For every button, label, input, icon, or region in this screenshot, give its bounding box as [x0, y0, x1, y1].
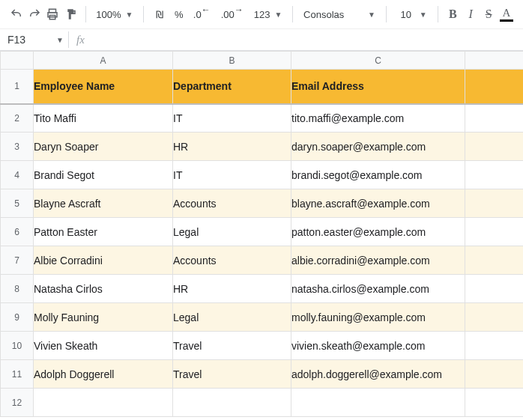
cell-name[interactable]: Tito Maffi: [34, 104, 173, 133]
select-all-corner[interactable]: [1, 52, 34, 70]
font-size: 10: [397, 9, 415, 20]
cell-name[interactable]: Natasha Cirlos: [34, 275, 173, 303]
row-header[interactable]: 1: [1, 70, 34, 104]
cell-dept[interactable]: IT: [173, 104, 291, 133]
cell[interactable]: [34, 389, 173, 417]
separator: [85, 6, 86, 22]
cell-email[interactable]: patton.easter@example.com: [291, 218, 465, 246]
table-row: 3 Daryn Soaper HR daryn.soaper@example.c…: [1, 133, 524, 161]
col-header-d[interactable]: [465, 52, 524, 70]
col-header-c[interactable]: C: [291, 52, 465, 70]
cell-email[interactable]: natasha.cirlos@example.com: [291, 275, 465, 303]
cell-dept[interactable]: Legal: [173, 303, 291, 332]
cell-name[interactable]: Albie Corradini: [34, 246, 173, 275]
decrease-decimals-button[interactable]: .0 ←: [190, 9, 215, 20]
cell-name[interactable]: Blayne Ascraft: [34, 189, 173, 218]
row-header[interactable]: 6: [1, 218, 34, 246]
row-header[interactable]: 8: [1, 275, 34, 303]
header-dept[interactable]: Department: [173, 70, 291, 104]
italic-button[interactable]: I: [463, 4, 478, 24]
name-box[interactable]: F13 ▼: [3, 31, 69, 48]
cell-email[interactable]: brandi.segot@example.com: [291, 161, 465, 189]
col-header-b[interactable]: B: [173, 52, 291, 70]
cell-email[interactable]: daryn.soaper@example.com: [291, 133, 465, 161]
cell-dept[interactable]: IT: [173, 161, 291, 189]
currency-button[interactable]: ₪: [151, 4, 168, 24]
cell[interactable]: [465, 360, 524, 389]
cell[interactable]: [465, 246, 524, 275]
cell-email[interactable]: blayne.ascraft@example.com: [291, 189, 465, 218]
more-formats-button[interactable]: 123 ▼: [251, 9, 285, 20]
cell[interactable]: [465, 275, 524, 303]
cell[interactable]: [465, 70, 524, 104]
text-color-button[interactable]: A: [499, 4, 514, 24]
table-row: 5 Blayne Ascraft Accounts blayne.ascraft…: [1, 189, 524, 218]
strikethrough-button[interactable]: S: [481, 4, 496, 24]
print-button[interactable]: [45, 4, 60, 24]
header-name[interactable]: Employee Name: [34, 70, 173, 104]
row-header[interactable]: 9: [1, 303, 34, 332]
table-row: 2 Tito Maffi IT tito.maffi@example.com: [1, 104, 524, 133]
cell-dept[interactable]: Legal: [173, 218, 291, 246]
table-row: 11 Adolph Doggerell Travel adolph.dogger…: [1, 360, 524, 389]
row-header[interactable]: 12: [1, 389, 34, 417]
cell-dept[interactable]: Travel: [173, 332, 291, 360]
row-header[interactable]: 11: [1, 360, 34, 389]
table-row: 7 Albie Corradini Accounts albie.corradi…: [1, 246, 524, 275]
bold-button[interactable]: B: [445, 4, 460, 24]
paint-format-button[interactable]: [63, 4, 78, 24]
cell-email[interactable]: tito.maffi@example.com: [291, 104, 465, 133]
cell[interactable]: [465, 303, 524, 332]
cell-name[interactable]: Brandi Segot: [34, 161, 173, 189]
cell-dept[interactable]: Accounts: [173, 246, 291, 275]
cell-dept[interactable]: Travel: [173, 360, 291, 389]
cell[interactable]: [291, 389, 465, 417]
cell-email[interactable]: vivien.skeath@example.com: [291, 332, 465, 360]
zoom-select[interactable]: 100% ▼: [93, 9, 136, 20]
cell-name[interactable]: Vivien Skeath: [34, 332, 173, 360]
cell[interactable]: [465, 389, 524, 417]
separator: [438, 6, 438, 22]
cell-dept[interactable]: HR: [173, 275, 291, 303]
cell-dept[interactable]: Accounts: [173, 189, 291, 218]
font-select[interactable]: Consolas ▼: [300, 9, 378, 20]
cell-reference: F13: [7, 34, 25, 46]
cell-name[interactable]: Daryn Soaper: [34, 133, 173, 161]
chevron-down-icon: ▼: [420, 10, 427, 19]
cell-email[interactable]: albie.corradini@example.com: [291, 246, 465, 275]
row-header[interactable]: 3: [1, 133, 34, 161]
toolbar: 100% ▼ ₪ % .0 ← .00 → 123 ▼ Consolas ▼ 1…: [0, 0, 523, 29]
header-row: 1 Employee Name Department Email Address: [1, 70, 524, 104]
cell[interactable]: [465, 104, 524, 133]
col-header-a[interactable]: A: [34, 52, 173, 70]
cell[interactable]: [173, 389, 291, 417]
cell-name[interactable]: Molly Fauning: [34, 303, 173, 332]
cell[interactable]: [465, 332, 524, 360]
separator: [143, 6, 144, 22]
cell-email[interactable]: molly.fauning@example.com: [291, 303, 465, 332]
cell[interactable]: [465, 189, 524, 218]
color-bar: [500, 19, 513, 22]
row-header[interactable]: 2: [1, 104, 34, 133]
row-header[interactable]: 7: [1, 246, 34, 275]
font-size-select[interactable]: 10 ▼: [394, 9, 430, 20]
cell[interactable]: [465, 133, 524, 161]
row-header[interactable]: 4: [1, 161, 34, 189]
font-name: Consolas: [303, 9, 363, 20]
cell[interactable]: [465, 161, 524, 189]
row-header[interactable]: 10: [1, 332, 34, 360]
percent-button[interactable]: %: [171, 4, 187, 24]
increase-decimals-button[interactable]: .00 →: [218, 9, 248, 20]
cell-name[interactable]: Patton Easter: [34, 218, 173, 246]
header-email[interactable]: Email Address: [291, 70, 465, 104]
undo-button[interactable]: [9, 4, 24, 24]
cell-name[interactable]: Adolph Doggerell: [34, 360, 173, 389]
cell-email[interactable]: adolph.doggerell@example.com: [291, 360, 465, 389]
row-header[interactable]: 5: [1, 189, 34, 218]
separator: [386, 6, 387, 22]
redo-button[interactable]: [27, 4, 42, 24]
cell-dept[interactable]: HR: [173, 133, 291, 161]
cell[interactable]: [465, 218, 524, 246]
zoom-value: 100%: [96, 9, 121, 20]
table-row-empty: 12: [1, 389, 524, 417]
